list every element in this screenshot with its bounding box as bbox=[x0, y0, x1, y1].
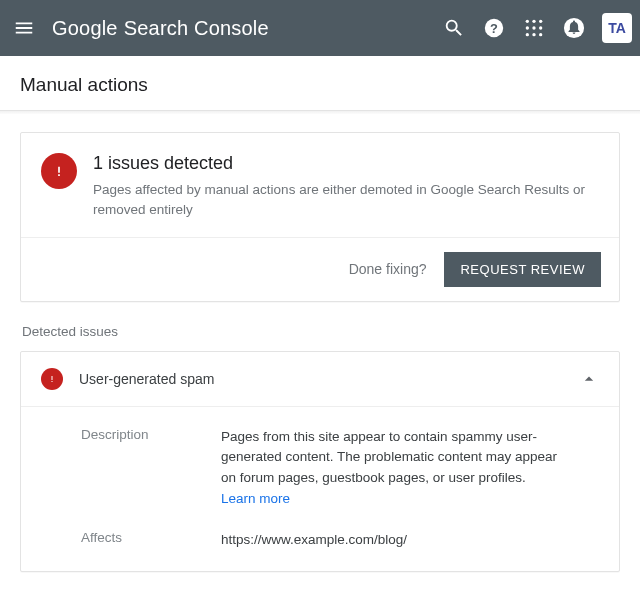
logo-secondary: Search Console bbox=[124, 17, 269, 40]
issue-title: User-generated spam bbox=[79, 371, 563, 387]
svg-point-10 bbox=[539, 33, 542, 36]
description-value: Pages from this site appear to contain s… bbox=[221, 427, 561, 511]
affects-value: https://www.example.com/blog/ bbox=[221, 530, 561, 551]
logo-primary: Google bbox=[52, 17, 118, 40]
page-title: Manual actions bbox=[0, 56, 640, 111]
account-avatar[interactable]: TA bbox=[602, 13, 632, 43]
issue-card: User-generated spam Description Pages fr… bbox=[20, 351, 620, 573]
detected-issues-label: Detected issues bbox=[22, 324, 620, 339]
main-content: 1 issues detected Pages affected by manu… bbox=[0, 114, 640, 590]
summary-subtext: Pages affected by manual actions are eit… bbox=[93, 180, 599, 221]
divider bbox=[0, 111, 640, 114]
summary-card: 1 issues detected Pages affected by manu… bbox=[20, 132, 620, 302]
issue-header[interactable]: User-generated spam bbox=[21, 352, 619, 406]
svg-point-8 bbox=[526, 33, 529, 36]
top-bar: Google Search Console ? TA bbox=[0, 0, 640, 56]
search-icon[interactable] bbox=[442, 16, 466, 40]
action-row: Done fixing? REQUEST REVIEW bbox=[21, 237, 619, 301]
svg-point-4 bbox=[539, 20, 542, 23]
description-label: Description bbox=[81, 427, 221, 511]
request-review-button[interactable]: REQUEST REVIEW bbox=[444, 252, 601, 287]
notifications-icon[interactable] bbox=[562, 16, 586, 40]
svg-point-9 bbox=[532, 33, 535, 36]
alert-icon bbox=[41, 153, 77, 189]
apps-icon[interactable] bbox=[522, 16, 546, 40]
issue-body: Description Pages from this site appear … bbox=[21, 406, 619, 572]
learn-more-link[interactable]: Learn more bbox=[221, 491, 290, 506]
svg-text:?: ? bbox=[490, 21, 498, 36]
affects-label: Affects bbox=[81, 530, 221, 551]
done-fixing-label: Done fixing? bbox=[349, 261, 427, 277]
svg-point-5 bbox=[526, 26, 529, 29]
summary-heading: 1 issues detected bbox=[93, 153, 599, 174]
svg-point-3 bbox=[532, 20, 535, 23]
product-logo[interactable]: Google Search Console bbox=[52, 17, 269, 40]
avatar-initials: TA bbox=[608, 20, 626, 36]
help-icon[interactable]: ? bbox=[482, 16, 506, 40]
svg-point-7 bbox=[539, 26, 542, 29]
svg-point-6 bbox=[532, 26, 535, 29]
menu-icon[interactable] bbox=[12, 16, 36, 40]
svg-point-2 bbox=[526, 20, 529, 23]
chevron-up-icon bbox=[579, 369, 599, 389]
alert-icon bbox=[41, 368, 63, 390]
description-text: Pages from this site appear to contain s… bbox=[221, 429, 557, 486]
